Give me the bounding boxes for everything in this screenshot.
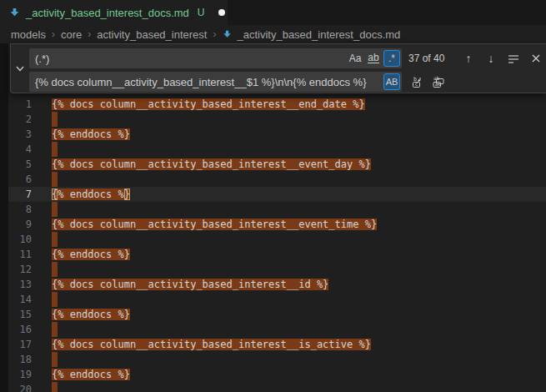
code-line[interactable]: 20 xyxy=(8,382,546,392)
editor-lines: 1{% docs column__activity_based_interest… xyxy=(8,97,546,392)
line-number: 16 xyxy=(8,324,32,335)
code-line[interactable]: 11{% enddocs %} xyxy=(8,247,546,262)
replace-all-icon: ab ac xyxy=(432,75,445,88)
bracket-match-close[interactable]: } xyxy=(124,188,130,200)
code-line[interactable]: 17{% docs column__activity_based_interes… xyxy=(8,337,546,352)
code-line[interactable]: 2 xyxy=(8,112,546,127)
preserve-case-toggle[interactable]: AB xyxy=(383,73,400,90)
breadcrumb: models › core › activity_based_interest … xyxy=(0,25,546,43)
find-match-highlight[interactable]: {% enddocs %} xyxy=(52,369,130,380)
chevron-right-icon: › xyxy=(88,28,91,40)
next-match-button[interactable]: ↓ xyxy=(483,50,499,67)
breadcrumb-item-core[interactable]: core xyxy=(61,28,82,41)
previous-match-button[interactable]: ↑ xyxy=(460,50,477,67)
code-line[interactable]: 15{% enddocs %} xyxy=(8,307,546,322)
svg-text:c: c xyxy=(415,81,418,88)
empty-line-match-highlight xyxy=(52,232,58,247)
code-line[interactable]: 4 xyxy=(8,142,546,157)
markdown-file-icon xyxy=(222,29,233,40)
find-match-highlight[interactable]: {% enddocs %} xyxy=(52,309,130,320)
bracket-match-open[interactable]: { xyxy=(52,188,58,200)
find-match-highlight[interactable]: {% docs column__activity_based_interest_… xyxy=(52,158,371,170)
code-line[interactable]: 3{% enddocs %} xyxy=(8,127,546,142)
replace-row: AB b c ab xyxy=(29,72,546,92)
code-line[interactable]: 14 xyxy=(8,292,546,307)
code-line[interactable]: 9{% docs column__activity_based_interest… xyxy=(8,217,546,232)
empty-line-match-highlight xyxy=(52,262,58,277)
find-match-highlight[interactable]: % enddocs % xyxy=(58,188,123,200)
selection-icon xyxy=(508,53,519,64)
line-number: 10 xyxy=(8,234,32,245)
find-input[interactable] xyxy=(29,48,402,68)
chevron-right-icon: › xyxy=(213,28,216,40)
empty-line-match-highlight xyxy=(52,322,58,337)
replace-input[interactable] xyxy=(29,72,402,92)
find-replace-widget: Aa ab .* 37 of 40 ↑ ↓ xyxy=(10,43,546,93)
code-line[interactable]: 5{% docs column__activity_based_interest… xyxy=(8,157,546,172)
unsaved-changes-dot[interactable] xyxy=(218,9,225,16)
empty-line-match-highlight xyxy=(52,142,58,157)
code-line[interactable]: 13{% docs column__activity_based_interes… xyxy=(8,277,546,292)
find-match-highlight[interactable]: {% enddocs %} xyxy=(52,249,130,260)
empty-line-match-highlight xyxy=(52,352,58,367)
arrow-down-icon: ↓ xyxy=(488,52,494,65)
find-match-highlight[interactable]: {% enddocs %} xyxy=(52,128,130,140)
arrow-up-icon: ↑ xyxy=(466,52,472,65)
match-case-toggle[interactable]: Aa xyxy=(347,50,363,67)
chevron-right-icon: › xyxy=(52,28,55,40)
empty-line-match-highlight xyxy=(52,202,58,217)
results-count: 37 of 40 xyxy=(408,53,452,64)
empty-line-match-highlight xyxy=(52,112,58,127)
find-match-highlight[interactable]: {% docs column__activity_based_interest_… xyxy=(52,279,328,290)
close-icon xyxy=(531,53,541,63)
code-line[interactable]: 8 xyxy=(8,202,546,217)
line-number: 8 xyxy=(8,204,32,215)
code-line[interactable]: 18 xyxy=(8,352,546,367)
empty-line-match-highlight xyxy=(52,382,58,392)
markdown-file-icon xyxy=(8,7,21,19)
code-line[interactable]: 1{% docs column__activity_based_interest… xyxy=(8,97,546,112)
replace-one-button[interactable]: b c xyxy=(409,73,426,90)
find-widget-rows: Aa ab .* 37 of 40 ↑ ↓ xyxy=(29,44,546,93)
breadcrumb-item-activity-based-interest[interactable]: activity_based_interest xyxy=(97,28,207,41)
line-number: 18 xyxy=(8,354,32,365)
whole-word-toggle[interactable]: ab xyxy=(365,50,382,67)
tab-filename: _activity_based_interest_docs.md xyxy=(26,7,189,19)
code-line-current[interactable]: 7{% enddocs %} xyxy=(8,187,546,202)
code-line[interactable]: 19{% enddocs %} xyxy=(8,367,546,382)
replace-all-button[interactable]: ab ac xyxy=(430,73,447,90)
toggle-replace-button[interactable] xyxy=(11,44,29,93)
breadcrumb-item-models[interactable]: models xyxy=(11,28,46,41)
line-number: 20 xyxy=(8,384,32,392)
find-match-highlight[interactable]: {% docs column__activity_based_interest_… xyxy=(52,98,365,110)
line-number: 15 xyxy=(8,309,32,320)
line-number: 5 xyxy=(8,158,32,170)
empty-line-match-highlight xyxy=(52,172,58,187)
line-number: 3 xyxy=(8,128,32,140)
close-find-widget-button[interactable] xyxy=(528,50,544,67)
breadcrumb-item-file[interactable]: _activity_based_interest_docs.md xyxy=(222,28,400,41)
code-line[interactable]: 10 xyxy=(8,232,546,247)
line-number: 2 xyxy=(8,113,32,125)
replace-icon: b c xyxy=(411,75,424,88)
code-line[interactable]: 6 xyxy=(8,172,546,187)
code-line[interactable]: 16 xyxy=(8,322,546,337)
regex-toggle[interactable]: .* xyxy=(383,50,400,67)
breadcrumb-filename: _activity_based_interest_docs.md xyxy=(237,28,400,41)
code-line[interactable]: 12 xyxy=(8,262,546,277)
line-number: 11 xyxy=(8,249,32,260)
find-match-highlight[interactable]: {% docs column__activity_based_interest_… xyxy=(52,339,371,350)
editor-pane: 1{% docs column__activity_based_interest… xyxy=(0,43,546,392)
line-number: 13 xyxy=(8,279,32,290)
line-number: 14 xyxy=(8,294,32,305)
find-row: Aa ab .* 37 of 40 ↑ ↓ xyxy=(29,48,546,68)
line-number: 12 xyxy=(8,264,32,275)
find-input-wrap: Aa ab .* xyxy=(29,48,402,68)
find-options: Aa ab .* xyxy=(347,50,400,67)
editor-tab[interactable]: _activity_based_interest_docs.md U xyxy=(0,0,228,25)
find-match-highlight[interactable]: {% docs column__activity_based_interest_… xyxy=(52,219,377,230)
empty-line-match-highlight xyxy=(52,292,58,307)
find-in-selection-button[interactable] xyxy=(505,50,522,67)
line-number: 1 xyxy=(8,98,32,110)
replace-buttons: b c ab ac xyxy=(409,73,447,90)
